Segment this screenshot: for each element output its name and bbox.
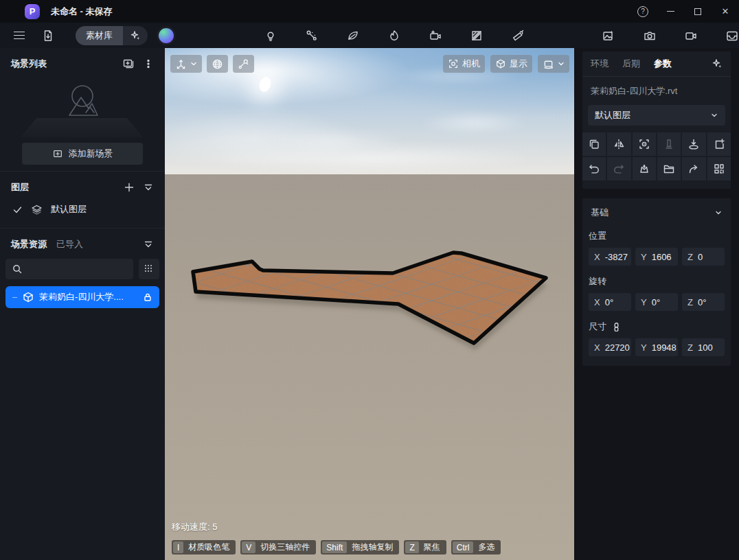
layer-row-default[interactable]: 默认图层 xyxy=(0,194,165,228)
grid-view-button[interactable] xyxy=(139,259,159,279)
material-swatch-icon xyxy=(470,29,484,43)
material-crown-button[interactable] xyxy=(633,157,656,180)
size-z-field[interactable]: Z 100 xyxy=(682,338,725,356)
main-menu-button[interactable] xyxy=(10,26,29,45)
size-y-field[interactable]: Y 19948 xyxy=(635,338,678,356)
rotation-x-field[interactable]: X 0° xyxy=(589,293,631,311)
resources-filter-tab[interactable]: 已导入 xyxy=(56,238,83,250)
chevron-down-icon xyxy=(714,209,723,217)
ai-image-button[interactable] xyxy=(599,26,618,45)
add-new-scene-button[interactable]: 添加新场景 xyxy=(22,143,143,165)
kebab-menu-icon[interactable] xyxy=(143,58,154,69)
viewport-3d[interactable]: 相机 显示 移动速度: 5 I 材质吸色笔 xyxy=(165,48,574,560)
maximize-button[interactable] xyxy=(684,0,712,23)
foliage-tool-button[interactable] xyxy=(343,26,363,45)
resource-item-name: 茉莉奶白-四川大学.... xyxy=(39,291,137,303)
inspector-card-top: 环境 后期 参数 茉莉奶白-四川大学.rvt 默认图层 xyxy=(582,51,731,189)
duplicate-button[interactable] xyxy=(582,132,606,156)
globe-button[interactable] xyxy=(207,55,228,73)
check-icon[interactable] xyxy=(12,205,23,215)
asset-library-button[interactable]: 素材库 xyxy=(76,26,148,45)
path-tool-button[interactable] xyxy=(302,26,321,45)
object-action-grid xyxy=(582,132,731,180)
open-folder-button[interactable] xyxy=(657,157,681,180)
focus-object-button[interactable] xyxy=(633,132,656,156)
layers-title: 图层 xyxy=(11,181,29,194)
add-scene-icon[interactable] xyxy=(122,58,135,70)
tab-post[interactable]: 后期 xyxy=(622,58,640,70)
screenshot-button[interactable] xyxy=(640,26,659,45)
column-icon xyxy=(663,138,675,150)
folder-icon xyxy=(663,163,675,175)
help-button[interactable]: ? xyxy=(629,0,657,23)
display-button-label: 显示 xyxy=(510,58,527,70)
inspector-panel: 环境 后期 参数 茉莉奶白-四川大学.rvt 默认图层 xyxy=(582,51,731,366)
viewport-orbit-icon xyxy=(543,58,554,70)
tab-parameters[interactable]: 参数 xyxy=(654,58,672,70)
add-camera-tool-button[interactable] xyxy=(426,26,445,45)
camera-button-label: 相机 xyxy=(462,58,480,70)
shortcut-eyedropper: I 材质吸色笔 xyxy=(172,540,236,555)
ai-sparkle-icon[interactable] xyxy=(123,26,148,45)
lock-icon[interactable] xyxy=(143,292,152,302)
rotation-z-field[interactable]: Z 0° xyxy=(682,293,725,311)
layer-dropdown[interactable]: 默认图层 xyxy=(588,105,725,126)
size-x-field[interactable]: X 22720 xyxy=(589,338,631,356)
drop-to-ground-icon xyxy=(687,138,700,150)
export-share-button[interactable] xyxy=(682,157,705,180)
add-scene-frame-icon xyxy=(52,148,63,159)
search-input[interactable] xyxy=(5,259,133,279)
drop-to-ground-button[interactable] xyxy=(682,132,705,156)
ai-sparkle-icon[interactable] xyxy=(712,58,723,69)
qr-grid-icon xyxy=(713,163,725,175)
path-nodes-icon xyxy=(305,29,319,43)
photo-camera-icon xyxy=(643,29,657,43)
tab-environment[interactable]: 环境 xyxy=(591,58,609,70)
move-axis-icon xyxy=(175,58,187,70)
display-button[interactable]: 显示 xyxy=(490,55,532,73)
floor-model[interactable] xyxy=(165,48,574,560)
tree-connector xyxy=(12,297,17,298)
selected-file-name: 茉莉奶白-四川大学.rvt xyxy=(582,77,731,105)
mirror-button[interactable] xyxy=(607,132,630,156)
uniform-scale-link-icon[interactable] xyxy=(612,322,621,331)
add-to-group-button[interactable] xyxy=(707,132,731,156)
camera-button[interactable]: 相机 xyxy=(443,55,485,73)
inspector-card-basic: 基础 位置 X -3827 Y 1606 Z 0 xyxy=(582,198,731,366)
particle-tool-button[interactable] xyxy=(385,26,404,45)
position-x-field[interactable]: X -3827 xyxy=(589,248,631,266)
app-window: P 未命名 - 未保存 ? ✕ 素材库 xyxy=(0,0,739,560)
add-layer-icon[interactable] xyxy=(124,182,135,193)
position-fields: X -3827 Y 1606 Z 0 xyxy=(589,248,725,266)
close-button[interactable]: ✕ xyxy=(712,0,739,23)
transform-mode-button[interactable] xyxy=(170,55,202,73)
flame-icon xyxy=(387,29,401,43)
focus-frame-icon xyxy=(638,138,650,150)
model-cube-icon xyxy=(23,292,34,303)
collapse-all-icon[interactable] xyxy=(143,182,154,193)
redo-button[interactable] xyxy=(607,157,630,180)
collapse-all-icon[interactable] xyxy=(143,239,154,250)
resource-item-selected[interactable]: 茉莉奶白-四川大学.... xyxy=(5,286,159,308)
undo-button[interactable] xyxy=(582,157,606,180)
import-file-button[interactable] xyxy=(38,26,58,45)
qr-code-button[interactable] xyxy=(707,157,731,180)
search-icon xyxy=(12,264,23,275)
position-z-field[interactable]: Z 0 xyxy=(682,248,725,266)
rotation-y-field[interactable]: Y 0° xyxy=(635,293,678,311)
view-mode-button[interactable] xyxy=(538,55,569,73)
decal-tool-button[interactable] xyxy=(508,26,527,45)
minimize-button[interactable] xyxy=(657,0,684,23)
path-draw-button[interactable] xyxy=(233,55,254,73)
asset-library-label: 素材库 xyxy=(76,26,123,45)
basic-section-header[interactable]: 基础 xyxy=(582,198,731,220)
light-tool-button[interactable] xyxy=(261,26,280,45)
material-tool-button[interactable] xyxy=(467,26,486,45)
add-frame-icon xyxy=(713,138,725,150)
pillar-button[interactable] xyxy=(657,132,681,156)
render-queue-button[interactable] xyxy=(723,26,739,45)
account-orb-icon[interactable] xyxy=(159,28,174,43)
record-video-button[interactable] xyxy=(681,26,701,45)
position-y-field[interactable]: Y 1606 xyxy=(635,248,678,266)
mountain-scene-icon xyxy=(60,81,105,124)
